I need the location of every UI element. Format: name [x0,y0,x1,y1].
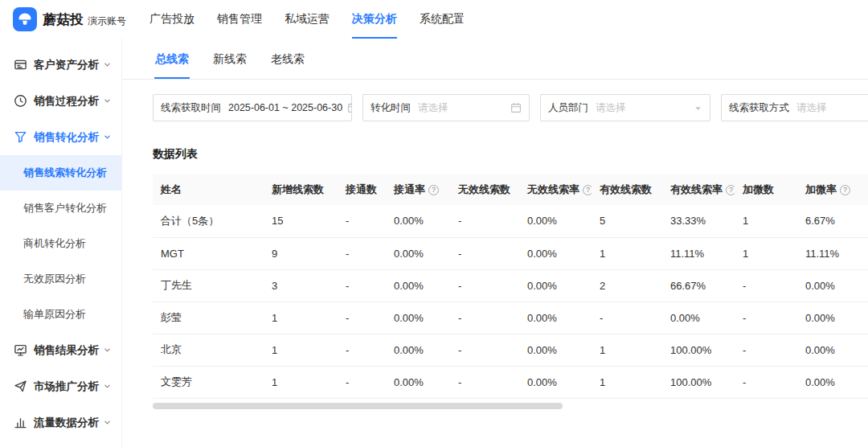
sidebar-subitem[interactable]: 商机转化分析 [0,226,121,261]
nav-item-5[interactable]: 系统配置 [420,0,465,39]
table-cell: - [450,334,519,366]
sidebar-subitem[interactable]: 无效原因分析 [0,261,121,297]
column-label: 加微数 [743,183,774,195]
filter-label: 人员部门 [548,101,588,115]
column-header-8: 有效线索率? [662,174,735,205]
tab-3[interactable]: 老线索 [270,39,305,79]
sidebar: 客户资产分析销售过程分析销售转化分析销售线索转化分析销售客户转化分析商机转化分析… [0,39,122,447]
nav-item-4[interactable]: 决策分析 [352,0,397,39]
sidebar-item-label: 销售过程分析 [34,94,99,109]
sidebar-item-label: 市场推广分析 [34,379,99,394]
table-cell: 100.00% [662,366,735,398]
brand-name: 蘑菇投 [43,10,84,29]
table-header-row: 姓名新增线索数接通数接通率?无效线索数无效线索率?有效线索数有效线索率?加微数加… [153,174,868,205]
calendar-icon [342,102,352,113]
sidebar-item-conversion[interactable]: 销售转化分析 [0,119,121,155]
help-icon[interactable]: ? [583,185,592,195]
tab-1[interactable]: 总线索 [154,39,190,79]
sidebar-subitem[interactable]: 销售客户转化分析 [0,191,121,226]
table-cell: 彭莹 [153,301,264,334]
table-cell: 3 [264,269,338,301]
column-header-4: 接通率? [386,174,450,205]
table-cell: 0.00% [519,269,592,301]
table-cell: - [338,366,386,398]
table-cell: 33.33% [662,205,735,237]
table-row-1: 合计（5条）15-0.00%-0.00%533.33%16.67% [153,205,868,237]
table-cell: MGT [153,237,264,269]
brand: 蘑菇投 演示账号 [13,7,138,31]
filter-conversion-time[interactable]: 转化时间请选择 [362,94,530,121]
column-header-9: 加微数 [735,174,797,205]
scrollbar-thumb[interactable] [153,403,563,409]
table-cell: - [450,205,519,237]
table-cell: 0.00% [519,205,592,237]
table-cell: 1 [735,205,797,237]
main-content: 总线索新线索老线索 线索获取时间2025-06-01 ~ 2025-06-30转… [122,39,868,447]
table-cell: 0.00% [386,334,450,366]
tab-2[interactable]: 新线索 [212,39,248,79]
help-icon[interactable]: ? [428,185,439,195]
table-cell: 1 [264,301,338,334]
sidebar-item-label: 销售结果分析 [34,343,99,358]
table-cell: - [592,301,662,334]
filter-bar: 线索获取时间2025-06-01 ~ 2025-06-30转化时间请选择人员部门… [122,80,868,121]
table-cell: 100.00% [662,334,735,366]
sidebar-item-result[interactable]: 销售结果分析 [0,332,121,368]
table-cell: 0.00% [519,366,592,398]
sidebar-item-promotion[interactable]: 市场推广分析 [0,368,121,404]
table-cell: 0.00% [797,366,868,398]
filter-lead-time-range[interactable]: 线索获取时间2025-06-01 ~ 2025-06-30 [153,94,352,121]
table-cell: - [735,366,797,398]
topbar: 蘑菇投 演示账号 广告投放销售管理私域运营决策分析系统配置 [0,0,868,39]
filter-department[interactable]: 人员部门请选择 [540,94,710,121]
table-cell: 0.00% [519,301,592,334]
table-cell: 0.00% [797,269,868,301]
sidebar-item-asset[interactable]: 客户资产分析 [0,47,121,83]
horizontal-scrollbar[interactable] [153,403,868,409]
help-icon[interactable]: ? [726,185,735,195]
table-cell: - [450,301,519,334]
table-cell: - [338,237,386,269]
lead-tabs: 总线索新线索老线索 [122,39,868,80]
table-cell: 北京 [153,334,264,366]
filter-lead-source[interactable]: 线索获取方式请选择 [721,94,868,121]
table-cell: - [735,301,797,334]
chevron-down-icon [104,347,111,354]
table-cell: 1 [592,237,662,269]
sidebar-item-label: 销售转化分析 [34,130,99,145]
table-row-4: 彭莹1-0.00%-0.00%-0.00%-0.00% [153,301,868,334]
table-cell: 6.67% [797,205,868,237]
nav-item-3[interactable]: 私域运营 [285,0,330,39]
sidebar-item-traffic[interactable]: 流量数据分析 [0,404,121,441]
sidebar-item-label: 客户资产分析 [34,58,99,72]
table-cell: 0.00% [386,205,450,237]
table-cell: 11.11% [662,237,735,269]
sidebar-item-process[interactable]: 销售过程分析 [0,83,121,119]
traffic-icon [14,416,27,429]
sidebar-item-label: 流量数据分析 [34,416,99,430]
column-label: 接通数 [346,183,377,195]
column-label: 有效线索数 [600,183,652,195]
sidebar-subitem[interactable]: 销售线索转化分析 [0,155,121,191]
sidebar-subitem[interactable]: 输单原因分析 [0,297,121,332]
table-row-6: 文雯芳1-0.00%-0.00%1100.00%-0.00% [153,366,868,398]
table-cell: 1 [592,366,662,398]
table-row-5: 北京1-0.00%-0.00%1100.00%-0.00% [153,334,868,366]
filter-value: 2025-06-01 ~ 2025-06-30 [228,102,342,113]
column-header-7: 有效线索数 [592,174,662,205]
table-row-2: MGT9-0.00%-0.00%111.11%111.11% [153,237,868,269]
table-cell: 0.00% [797,301,868,334]
table-cell: 0.00% [386,237,450,269]
table-cell: 文雯芳 [153,366,264,398]
table-cell: 合计（5条） [153,205,264,237]
data-table: 姓名新增线索数接通数接通率?无效线索数无效线索率?有效线索数有效线索率?加微数加… [153,174,868,399]
filter-label: 转化时间 [371,101,411,115]
help-icon[interactable]: ? [840,185,850,195]
nav-item-2[interactable]: 销售管理 [217,0,262,39]
table-cell: - [338,269,386,301]
asset-icon [14,58,27,72]
table-body: 合计（5条）15-0.00%-0.00%533.33%16.67%MGT9-0.… [153,205,868,398]
column-label: 有效线索率 [670,183,723,195]
nav-item-1[interactable]: 广告投放 [149,0,194,39]
column-label: 无效线索数 [458,183,510,195]
